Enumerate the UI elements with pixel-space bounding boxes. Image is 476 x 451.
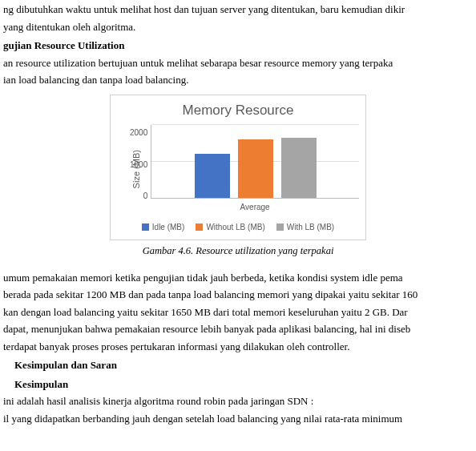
chart-bar-idle <box>195 154 230 198</box>
paragraph-text: an resource utilization bertujuan untuk … <box>3 55 473 71</box>
chart-ylabel-wrap: Size (MB) <box>117 125 130 213</box>
chart-legend-item: Idle (MB) <box>142 221 185 233</box>
chart-legend-item: Without LB (MB) <box>196 221 264 233</box>
chart-ytick: 0 <box>143 190 148 202</box>
chart-bar-without-lb <box>238 139 273 198</box>
legend-label: With LB (MB) <box>287 221 334 233</box>
paragraph-text: berada pada sekitar 1200 MB dan pada tan… <box>3 287 473 303</box>
chart-title: Memory Resource <box>117 100 359 121</box>
chart-legend-item: With LB (MB) <box>276 221 334 233</box>
paragraph-text: ian load balancing dan tanpa load balanc… <box>3 72 473 88</box>
chart-container: Memory Resource Size (MB) 2000 1000 0 Av… <box>110 95 366 241</box>
paragraph-text: ng dibutuhkan waktu untuk melihat host d… <box>3 2 473 18</box>
chart-bars-region: Average <box>151 125 359 213</box>
chart-plot-area: Size (MB) 2000 1000 0 Average <box>117 125 359 213</box>
paragraph-text: kan dengan load balancing yaitu sekitar … <box>3 304 473 320</box>
paragraph-text: ini adalah hasil analisis kinerja algori… <box>3 393 473 409</box>
paragraph-text: umum pemakaian memori ketika pengujian t… <box>3 270 473 286</box>
chart-ytick: 2000 <box>130 127 147 139</box>
chart-bars-canvas <box>151 125 359 199</box>
legend-swatch-icon <box>142 223 149 231</box>
legend-label: Without LB (MB) <box>206 221 264 233</box>
figure-caption: Gambar 4.6. Resource utilization yang te… <box>3 244 473 259</box>
chart-ylabel: Size (MB) <box>130 150 143 188</box>
paragraph-text: il yang didapatkan berbanding jauh denga… <box>3 411 473 427</box>
section-heading: Kesimpulan <box>14 377 473 393</box>
chart-bar-with-lb <box>281 138 317 198</box>
paragraph-text: terdapat banyak proses proses pertukaran… <box>3 339 473 355</box>
legend-label: Idle (MB) <box>152 221 185 233</box>
legend-swatch-icon <box>196 223 203 231</box>
chart-xlabel: Average <box>151 201 359 213</box>
paragraph-text: yang ditentukan oleh algoritma. <box>3 19 473 35</box>
section-heading: Kesimpulan dan Saran <box>14 357 473 373</box>
paragraph-text: dapat, menunjukan bahwa pemakaian resour… <box>3 321 473 337</box>
section-heading: gujian Resource Utilization <box>3 38 473 54</box>
legend-swatch-icon <box>276 223 284 231</box>
chart-gridline <box>151 124 359 125</box>
chart-legend: Idle (MB) Without LB (MB) With LB (MB) <box>117 221 359 233</box>
